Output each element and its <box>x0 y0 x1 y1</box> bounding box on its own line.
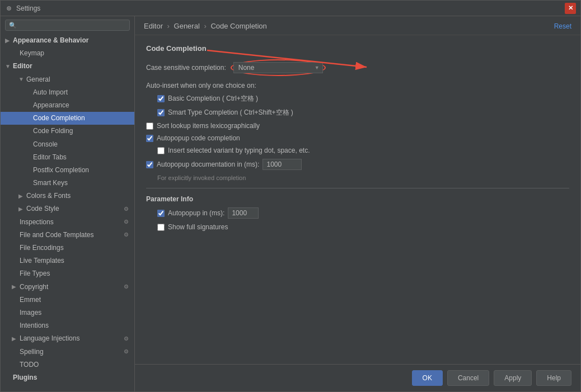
autopopup-row: Autopopup code completion <box>146 134 569 142</box>
tree-arrow-general: ▼ <box>18 75 24 84</box>
sidebar-label-console: Console <box>33 139 58 150</box>
sidebar-item-plugins[interactable]: Plugins <box>1 371 134 384</box>
sort-lookup-checkbox[interactable] <box>146 122 153 130</box>
help-button[interactable]: Help <box>536 370 571 386</box>
settings-icon <box>5 4 13 12</box>
basic-completion-checkbox[interactable] <box>157 95 165 102</box>
reset-link[interactable]: Reset <box>554 22 571 30</box>
tree-arrow-colors-fonts: ▶ <box>18 192 24 201</box>
smart-type-row: Smart Type Completion ( Ctrl+Shift+空格 ) <box>146 108 569 117</box>
apply-button[interactable]: Apply <box>494 370 532 386</box>
sidebar-label-editor: Editor <box>13 61 32 72</box>
search-icon: 🔍 <box>9 22 17 29</box>
basic-completion-row: Basic Completion ( Ctrl+空格 ) <box>146 94 569 103</box>
sidebar-label-code-style: Code Style <box>26 204 59 214</box>
sidebar: 🔍 ▶Appearance & BehaviorKeymap▼Editor▼Ge… <box>1 16 135 391</box>
param-autopopup-checkbox[interactable] <box>157 210 165 217</box>
sort-lookup-label: Sort lookup items lexicographically <box>157 122 260 130</box>
show-full-sig-label: Show full signatures <box>168 223 228 231</box>
case-sensitive-label: Case sensitive completion: <box>146 64 226 72</box>
settings-window: Settings ✕ 🔍 ▶Appearance & BehaviorKeyma… <box>0 0 581 392</box>
ok-button[interactable]: OK <box>412 370 443 386</box>
sidebar-item-postfix-completion[interactable]: Postfix Completion <box>1 164 134 177</box>
sidebar-label-emmet: Emmet <box>20 295 41 305</box>
sidebar-item-file-code-templates[interactable]: File and Code Templates⚙ <box>1 229 134 242</box>
sort-lookup-row: Sort lookup items lexicographically <box>146 122 569 130</box>
config-icon-code-style: ⚙ <box>122 205 130 213</box>
sidebar-item-console[interactable]: Console <box>1 138 134 151</box>
config-icon-inspections: ⚙ <box>122 218 130 226</box>
case-sensitive-select[interactable]: NoneAllFirst letter <box>233 62 323 73</box>
show-full-sig-checkbox[interactable] <box>157 224 165 231</box>
param-autopopup-value[interactable] <box>228 207 259 219</box>
sidebar-item-smart-keys[interactable]: Smart Keys <box>1 177 134 190</box>
sidebar-label-editor-tabs: Editor Tabs <box>33 152 67 163</box>
sidebar-label-plugins: Plugins <box>13 372 37 383</box>
sidebar-label-file-code-templates: File and Code Templates <box>20 230 94 240</box>
config-icon-spelling: ⚙ <box>122 348 130 356</box>
breadcrumb-editor: Editor <box>144 22 163 30</box>
case-sensitive-row: Case sensitive completion: NoneAllFirst … <box>146 59 569 76</box>
sidebar-label-code-completion: Code Completion <box>33 113 85 124</box>
sidebar-label-copyright: Copyright <box>20 282 48 292</box>
sidebar-item-appearance-behavior[interactable]: ▶Appearance & Behavior <box>1 34 134 47</box>
sidebar-label-appearance-behavior: Appearance & Behavior <box>13 35 88 46</box>
sidebar-item-inspections[interactable]: Inspections⚙ <box>1 216 134 229</box>
breadcrumb-sep2: › <box>204 22 208 30</box>
sidebar-item-auto-import[interactable]: Auto Import <box>1 86 134 99</box>
auto-insert-label: Auto-insert when only one choice on: <box>146 82 569 89</box>
sidebar-item-code-style[interactable]: ▶Code Style⚙ <box>1 202 134 215</box>
tree-arrow-copyright: ▶ <box>12 282 17 291</box>
sidebar-label-images: Images <box>20 308 41 318</box>
search-input[interactable] <box>19 21 126 29</box>
sidebar-item-emmet[interactable]: Emmet <box>1 294 134 306</box>
sidebar-item-editor-tabs[interactable]: Editor Tabs <box>1 151 134 164</box>
sidebar-label-code-folding: Code Folding <box>33 126 73 136</box>
sidebar-item-appearance[interactable]: Appearance <box>1 99 134 112</box>
cancel-button[interactable]: Cancel <box>447 370 489 386</box>
case-sensitive-highlight: NoneAllFirst letter <box>231 59 326 76</box>
autopopup-checkbox[interactable] <box>146 135 153 142</box>
search-box[interactable]: 🔍 <box>5 20 130 31</box>
autopopup-doc-value[interactable] <box>263 159 302 170</box>
sidebar-item-file-encodings[interactable]: File Encodings <box>1 242 134 254</box>
sidebar-item-editor[interactable]: ▼Editor <box>1 60 134 73</box>
autopopup-doc-row: Autopopup documentation in (ms): <box>146 159 569 170</box>
case-sensitive-wrapper: NoneAllFirst letter <box>233 62 323 73</box>
config-icon-file-code-templates: ⚙ <box>122 231 130 239</box>
sidebar-item-keymap[interactable]: Keymap <box>1 47 134 60</box>
sidebar-item-colors-fonts[interactable]: ▶Colors & Fonts <box>1 190 134 202</box>
sidebar-item-intentions[interactable]: Intentions <box>1 319 134 332</box>
sidebar-item-file-types[interactable]: File Types <box>1 267 134 280</box>
sidebar-item-general[interactable]: ▼General <box>1 73 134 86</box>
sidebar-label-general: General <box>26 74 50 85</box>
sidebar-item-images[interactable]: Images <box>1 306 134 319</box>
autopopup-doc-label: Autopopup documentation in (ms): <box>157 160 259 168</box>
basic-completion-label: Basic Completion ( Ctrl+空格 ) <box>168 94 258 103</box>
config-icon-language-injections: ⚙ <box>122 335 130 343</box>
sidebar-item-language-injections[interactable]: ▶Language Injections⚙ <box>1 332 134 345</box>
insert-variant-checkbox[interactable] <box>157 147 165 154</box>
sidebar-label-todo: TODO <box>20 360 39 370</box>
smart-type-checkbox[interactable] <box>157 109 165 116</box>
main-content: 🔍 ▶Appearance & BehaviorKeymap▼Editor▼Ge… <box>1 16 580 391</box>
close-button[interactable]: ✕ <box>565 3 576 14</box>
sidebar-label-intentions: Intentions <box>20 320 49 331</box>
sidebar-item-code-completion[interactable]: Code Completion <box>1 112 134 125</box>
svg-point-1 <box>8 7 10 9</box>
sidebar-item-live-templates[interactable]: Live Templates <box>1 254 134 267</box>
sidebar-label-inspections: Inspections <box>20 217 54 228</box>
show-full-sig-row: Show full signatures <box>146 223 569 231</box>
insert-variant-row: Insert selected variant by typing dot, s… <box>146 147 569 154</box>
breadcrumb-general: General <box>174 22 200 30</box>
param-autopopup-row: Autopopup in (ms): <box>146 207 569 219</box>
sidebar-item-copyright[interactable]: ▶Copyright⚙ <box>1 281 134 294</box>
param-autopopup-label: Autopopup in (ms): <box>168 209 224 217</box>
config-icon-copyright: ⚙ <box>122 283 130 291</box>
sidebar-label-language-injections: Language Injections <box>20 333 79 344</box>
hint-text: For explicitly invoked completion <box>146 174 569 181</box>
autopopup-doc-checkbox[interactable] <box>146 161 153 168</box>
sidebar-item-spelling[interactable]: Spelling⚙ <box>1 346 134 358</box>
sidebar-item-code-folding[interactable]: Code Folding <box>1 125 134 138</box>
sidebar-item-todo[interactable]: TODO <box>1 358 134 371</box>
